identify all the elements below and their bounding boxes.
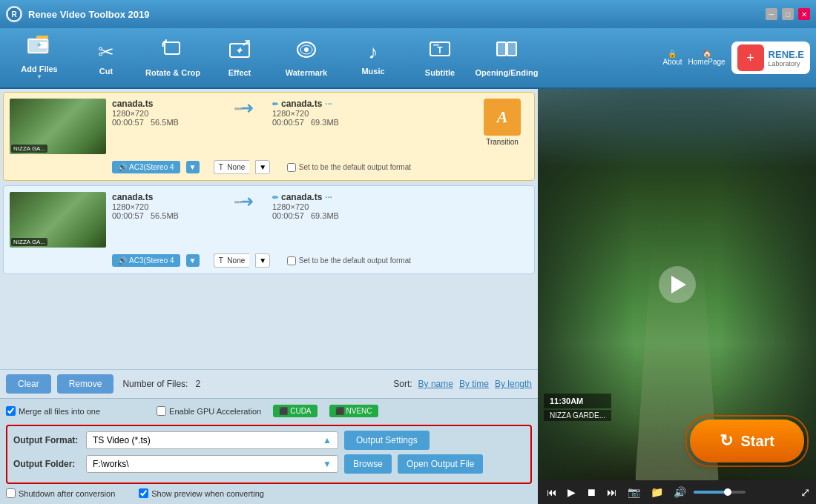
svg-text:T: T bbox=[437, 45, 443, 56]
subtitle-dropdown-1[interactable]: T None bbox=[214, 160, 249, 174]
audio-icon-1: 🔊 bbox=[118, 163, 127, 171]
preview-label[interactable]: Show preview when converting bbox=[139, 488, 264, 498]
file-thumb-1: NIZZA GA... bbox=[10, 99, 106, 154]
sort-by-name-button[interactable]: By name bbox=[418, 379, 453, 389]
more-btn-2[interactable]: ··· bbox=[325, 193, 332, 202]
more-btn-1[interactable]: ··· bbox=[325, 99, 332, 108]
subtitle-dropdown-2[interactable]: T None bbox=[214, 253, 249, 268]
merge-checkbox[interactable] bbox=[6, 406, 16, 416]
subtitle-dropdown-arrow-1[interactable]: ▼ bbox=[255, 160, 270, 174]
start-label: Start bbox=[740, 433, 774, 450]
audio-button-2[interactable]: 🔊 AC3(Stereo 4 bbox=[112, 254, 180, 267]
toolbar-rotate-crop[interactable]: Rotate & Crop bbox=[139, 31, 206, 84]
shutdown-label[interactable]: Shutdown after conversion bbox=[6, 488, 115, 498]
maximize-button[interactable]: □ bbox=[782, 8, 794, 20]
folder-select[interactable]: F:\works\ ▼ bbox=[86, 455, 338, 473]
sort-label: Sort: bbox=[393, 379, 412, 389]
filename-2: canada.ts bbox=[112, 192, 216, 202]
toolbar-cut[interactable]: ✂ Cut bbox=[73, 31, 139, 84]
gpu-checkbox-label[interactable]: Enable GPU Acceleration bbox=[157, 406, 261, 416]
fullscreen-button[interactable]: ⤢ bbox=[800, 485, 810, 500]
minimize-button[interactable]: ─ bbox=[766, 8, 777, 20]
volume-button[interactable]: 🔊 bbox=[671, 485, 689, 500]
close-button[interactable]: ✕ bbox=[798, 8, 810, 20]
folder-label: Output Folder: bbox=[13, 459, 80, 469]
toolbar-add-files[interactable]: + Add Files ▼ bbox=[6, 31, 73, 84]
folder-button[interactable]: 📁 bbox=[648, 485, 666, 500]
shutdown-checkbox[interactable] bbox=[6, 488, 16, 498]
app-logo: R bbox=[6, 6, 22, 22]
svg-text:+: + bbox=[37, 41, 42, 49]
merge-checkbox-label[interactable]: Merge all files into one bbox=[6, 406, 100, 416]
rotate-crop-label: Rotate & Crop bbox=[145, 68, 200, 77]
brand-name: RENE.E bbox=[769, 49, 804, 60]
gpu-checkbox[interactable] bbox=[157, 406, 166, 416]
start-button[interactable]: ↻ Start bbox=[690, 420, 804, 462]
open-output-button[interactable]: Open Output File bbox=[398, 454, 483, 474]
duration-1: 00:00:57 56.5MB bbox=[112, 118, 216, 127]
skip-forward-button[interactable]: ⏭ bbox=[604, 485, 620, 500]
nvenc-button[interactable]: ⬛ NVENC bbox=[329, 405, 378, 417]
cuda-icon: ⬛ bbox=[279, 407, 288, 415]
svg-rect-15 bbox=[433, 44, 439, 46]
file-thumb-label-2: NIZZA GA... bbox=[11, 238, 47, 246]
toolbar-effect[interactable]: ✦ Effect bbox=[206, 31, 273, 84]
toolbar-subtitle[interactable]: T Subtitle bbox=[407, 31, 473, 84]
clear-button[interactable]: Clear bbox=[6, 374, 51, 394]
subtitle-icon-1: T bbox=[219, 163, 223, 171]
browse-button[interactable]: Browse bbox=[344, 454, 392, 474]
output-info-2: ✏ canada.ts ··· 1280×720 00:00:57 69.3MB bbox=[272, 192, 470, 220]
skip-back-button[interactable]: ⏮ bbox=[544, 485, 560, 500]
subtitle-dropdown-arrow-2[interactable]: ▼ bbox=[255, 253, 270, 268]
video-time: 11:30AM bbox=[544, 394, 611, 408]
play-pause-button[interactable]: ▶ bbox=[565, 485, 579, 500]
sort-by-time-button[interactable]: By time bbox=[459, 379, 489, 389]
audio-button-1[interactable]: 🔊 AC3(Stereo 4 bbox=[112, 161, 180, 173]
cuda-button[interactable]: ⬛ CUDA bbox=[273, 405, 317, 417]
audio-dropdown-2[interactable]: ▼ bbox=[186, 254, 200, 267]
play-triangle bbox=[671, 276, 686, 294]
transition-button-1[interactable]: A Transition bbox=[476, 99, 528, 146]
file-info-2: canada.ts 1280×720 00:00:57 56.5MB bbox=[112, 192, 216, 220]
toolbar-right: 🔒 About 🏠 HomePage + RENE.E Laboratory bbox=[662, 42, 810, 74]
screenshot-button[interactable]: 📷 bbox=[625, 485, 643, 500]
file-item-2-row1: NIZZA GA... canada.ts 1280×720 00:00:57 … bbox=[10, 192, 528, 248]
format-select[interactable]: TS Video (*.ts) ▲ bbox=[86, 431, 338, 449]
toolbar-music[interactable]: ♪ Music bbox=[340, 31, 407, 84]
subtitle-label: Subtitle bbox=[425, 68, 455, 77]
preview-checkbox[interactable] bbox=[139, 488, 148, 498]
volume-fill bbox=[694, 491, 725, 494]
output-filename-2: ✏ canada.ts ··· bbox=[272, 192, 470, 202]
default-format-1[interactable]: Set to be the default output format bbox=[287, 163, 411, 172]
volume-slider[interactable] bbox=[694, 491, 746, 494]
audio-dropdown-1[interactable]: ▼ bbox=[186, 161, 200, 173]
default-format-2[interactable]: Set to be the default output format bbox=[287, 256, 411, 265]
about-button[interactable]: 🔒 About bbox=[662, 50, 682, 66]
app-title: Renee Video Toolbox 2019 bbox=[28, 9, 766, 20]
format-value: TS Video (*.ts) bbox=[93, 435, 151, 445]
file-count-label: Number of Files: 2 bbox=[122, 379, 200, 389]
remove-button[interactable]: Remove bbox=[57, 374, 114, 394]
output-info-1: ✏ canada.ts ··· 1280×720 00:00:57 69.3MB bbox=[272, 99, 470, 127]
output-settings-button[interactable]: Output Settings bbox=[344, 431, 430, 450]
default-format-checkbox-1[interactable] bbox=[287, 163, 296, 172]
sky bbox=[538, 89, 816, 168]
about-label: About bbox=[662, 58, 682, 66]
file-info-1: canada.ts 1280×720 00:00:57 56.5MB bbox=[112, 99, 216, 127]
toolbar: + Add Files ▼ ✂ Cut Rotate & Crop ✦ Effe… bbox=[0, 28, 816, 89]
file-thumb-label-1: NIZZA GA... bbox=[11, 145, 47, 153]
start-button-border: ↻ Start bbox=[685, 415, 809, 467]
toolbar-watermark[interactable]: Watermark bbox=[273, 31, 340, 84]
output-duration-1: 00:00:57 69.3MB bbox=[272, 118, 470, 127]
output-filename-1: ✏ canada.ts ··· bbox=[272, 99, 470, 109]
toolbar-opening-ending[interactable]: Opening/Ending bbox=[473, 31, 540, 84]
homepage-button[interactable]: 🏠 HomePage bbox=[688, 50, 725, 66]
start-button-wrapper: ↻ Start bbox=[685, 415, 809, 467]
default-format-checkbox-2[interactable] bbox=[287, 256, 296, 265]
play-button-overlay[interactable] bbox=[659, 266, 696, 303]
file-thumb-2: NIZZA GA... bbox=[10, 192, 106, 248]
stop-button[interactable]: ⏹ bbox=[583, 485, 599, 500]
homepage-label: HomePage bbox=[688, 58, 725, 66]
folder-value: F:\works\ bbox=[93, 459, 129, 469]
sort-by-length-button[interactable]: By length bbox=[495, 379, 532, 389]
